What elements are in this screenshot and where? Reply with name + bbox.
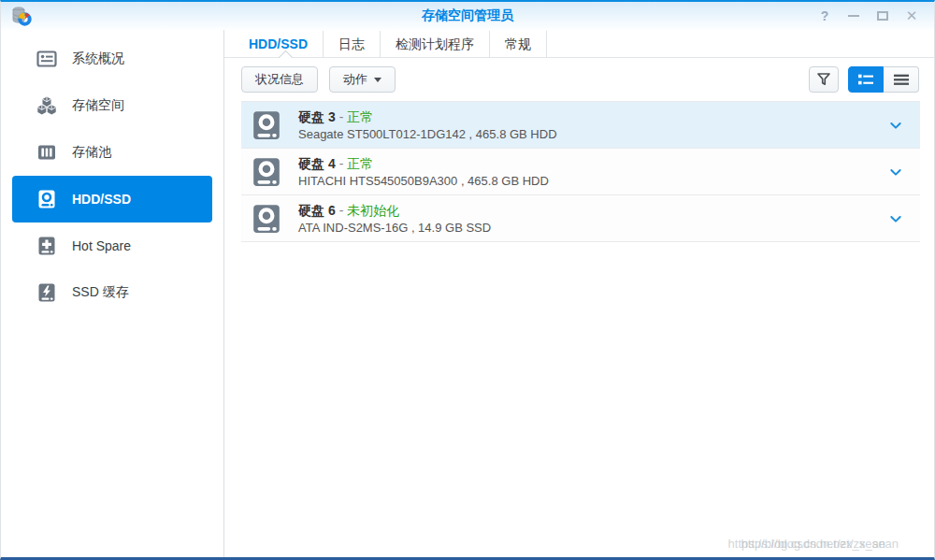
overview-icon — [36, 48, 58, 70]
titlebar: 存储空间管理员 ? ✕ — [1, 2, 934, 30]
minimize-icon[interactable] — [846, 8, 861, 23]
tab-general[interactable]: 常规 — [490, 31, 547, 57]
window-title: 存储空间管理员 — [1, 7, 934, 24]
volume-icon — [36, 94, 58, 117]
list-view-button[interactable] — [884, 66, 919, 93]
disk-row-4[interactable]: 硬盘 4-正常 HITACHI HTS545050B9A300 , 465.8 … — [241, 149, 920, 195]
action-dropdown-button[interactable]: 动作 — [329, 66, 396, 93]
disk-info: 硬盘 3-正常 Seagate ST500LT012-1DG142 , 465.… — [298, 108, 885, 142]
sidebar-item-storage-space[interactable]: 存储空间 — [12, 82, 212, 129]
window-controls: ? ✕ — [817, 8, 934, 23]
storage-pool-icon — [36, 141, 58, 164]
disk-info: 硬盘 4-正常 HITACHI HTS545050B9A300 , 465.8 … — [298, 155, 885, 189]
chevron-down-icon[interactable] — [885, 161, 907, 183]
disk-status: 正常 — [347, 109, 373, 124]
disk-row-3[interactable]: 硬盘 3-正常 Seagate ST500LT012-1DG142 , 465.… — [241, 102, 920, 149]
filter-icon — [815, 71, 832, 88]
disk-icon — [36, 188, 58, 210]
toolbar: 状况信息 动作 — [224, 58, 934, 101]
health-info-label: 状况信息 — [255, 71, 304, 88]
disk-detail: HITACHI HTS545050B9A300 , 465.8 GB HDD — [298, 173, 885, 189]
chevron-down-icon[interactable] — [885, 208, 907, 230]
storage-manager-app-icon — [10, 5, 33, 27]
sidebar-item-label: 存储空间 — [72, 97, 124, 114]
toolbar-right — [809, 66, 919, 93]
disk-name: 硬盘 6 — [298, 203, 336, 218]
sidebar-item-hot-spare[interactable]: Hot Spare — [12, 223, 212, 269]
hdd-icon — [251, 109, 282, 141]
sidebar-item-system-overview[interactable]: 系统概况 — [12, 36, 212, 82]
storage-manager-window: 存储空间管理员 ? ✕ 系统概况 — [0, 0, 935, 560]
list-view-icon — [893, 72, 910, 87]
main-panel: HDD/SSD 日志 检测计划程序 常规 状况信息 动作 — [224, 30, 934, 557]
action-label: 动作 — [343, 71, 367, 88]
disk-name: 硬盘 4 — [298, 156, 336, 171]
tab-hdd-ssd[interactable]: HDD/SSD — [234, 31, 324, 57]
disk-status-separator: - — [336, 203, 348, 218]
disk-name: 硬盘 3 — [298, 109, 336, 124]
view-toggle-group — [848, 66, 919, 93]
tab-bar: HDD/SSD 日志 检测计划程序 常规 — [224, 30, 934, 58]
sidebar-item-label: HDD/SSD — [72, 192, 131, 207]
sidebar-item-hdd-ssd[interactable]: HDD/SSD — [12, 176, 212, 223]
close-icon[interactable]: ✕ — [904, 8, 919, 23]
sidebar-item-ssd-cache[interactable]: SSD 缓存 — [12, 269, 212, 316]
maximize-icon[interactable] — [875, 8, 890, 23]
sidebar-item-label: Hot Spare — [72, 238, 131, 253]
hot-spare-icon — [36, 235, 58, 257]
disk-status-separator: - — [336, 156, 348, 171]
ssd-cache-icon — [36, 281, 58, 304]
disk-row-6[interactable]: 硬盘 6-未初始化 ATA IND-S2MS-16G , 14.9 GB SSD — [241, 195, 920, 242]
health-info-button[interactable]: 状况信息 — [241, 66, 318, 93]
sidebar-item-storage-pool[interactable]: 存储池 — [12, 129, 212, 176]
disk-status: 正常 — [347, 156, 373, 171]
sidebar-item-label: 存储池 — [72, 144, 111, 161]
filter-button[interactable] — [809, 66, 839, 93]
sidebar: 系统概况 存储空间 — [1, 30, 224, 557]
disk-detail: ATA IND-S2MS-16G , 14.9 GB SSD — [298, 220, 885, 236]
help-icon[interactable]: ? — [817, 8, 832, 23]
disk-status: 未初始化 — [347, 203, 399, 218]
disk-status-separator: - — [336, 109, 348, 124]
tab-test-scheduler[interactable]: 检测计划程序 — [381, 31, 490, 57]
ssd-icon — [251, 203, 282, 235]
disk-info: 硬盘 6-未初始化 ATA IND-S2MS-16G , 14.9 GB SSD — [298, 202, 885, 236]
detail-view-button[interactable] — [848, 66, 884, 93]
tab-log[interactable]: 日志 — [324, 31, 381, 57]
caret-down-icon — [374, 78, 381, 82]
sidebar-item-label: SSD 缓存 — [72, 284, 129, 301]
chevron-down-icon[interactable] — [885, 114, 907, 136]
detail-view-icon — [857, 72, 874, 87]
disk-detail: Seagate ST500LT012-1DG142 , 465.8 GB HDD — [298, 126, 885, 142]
hdd-icon — [251, 156, 282, 188]
sidebar-item-label: 系统概况 — [72, 50, 124, 67]
disk-list: 硬盘 3-正常 Seagate ST500LT012-1DG142 , 465.… — [241, 101, 920, 242]
